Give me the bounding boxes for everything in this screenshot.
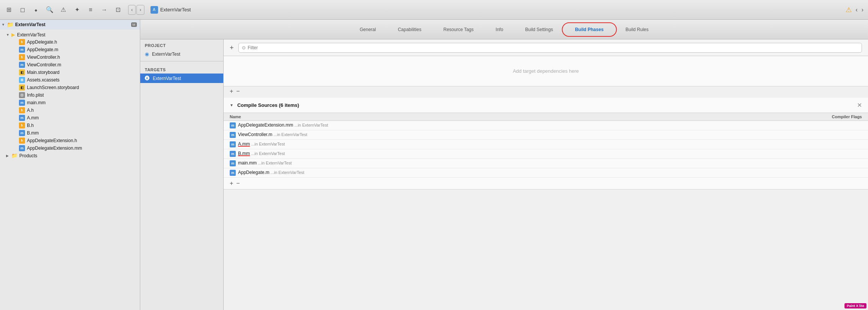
compile-file-path: ...in ExternVarTest	[257, 161, 291, 165]
table-row[interactable]: mA.mm ...in ExternVarTest	[224, 140, 868, 149]
table-row[interactable]: mAppDelegateExtension.mm ...in ExternVar…	[224, 121, 868, 130]
sidebar-item-a-mm[interactable]: m A.mm	[0, 114, 140, 122]
tab-resource-tags[interactable]: Resource Tags	[432, 24, 485, 35]
sidebar-item-appdelext-mm[interactable]: m AppDelegateExtension.mm	[0, 144, 140, 152]
table-row[interactable]: mViewController.m ...in ExternVarTest	[224, 130, 868, 140]
warning-icon[interactable]: ⚠	[846, 6, 852, 14]
view-switcher-icon[interactable]: ⊡	[114, 6, 122, 14]
sidebar-item-label: ViewController.m	[27, 62, 61, 67]
main-area: ▼ 📁 ExternVarTest M ▼ ▶ ExternVarTest h …	[0, 20, 868, 310]
sidebar: ▼ 📁 ExternVarTest M ▼ ▶ ExternVarTest h …	[0, 20, 140, 310]
table-row[interactable]: mB.mm ...in ExternVarTest	[224, 149, 868, 159]
project-file-icon: ◉	[145, 51, 149, 57]
products-folder-icon: 📁	[11, 153, 17, 158]
compile-sources-section: ▼ Compile Sources (6 items) ✕ Name Compi…	[224, 98, 868, 189]
sidebar-item-label: ExternVarTest	[17, 32, 45, 38]
sidebar-item-a-h[interactable]: h A.h	[0, 106, 140, 114]
breakpoint-icon[interactable]: ⬥	[32, 6, 40, 14]
toolbar-right: ⚠ ‹ ›	[846, 6, 863, 14]
add-target-area: Add target dependencies here	[224, 56, 868, 86]
sidebar-item-label: AppDelegateExtension.h	[27, 138, 77, 143]
sidebar-item-launchscreen[interactable]: ◧ LaunchScreen.storyboard	[0, 84, 140, 91]
stop-icon[interactable]: ◻	[18, 6, 27, 14]
scheme-icon[interactable]: ✦	[73, 6, 81, 14]
phase-close-button[interactable]: ✕	[857, 102, 862, 109]
table-row[interactable]: mmain.mm ...in ExternVarTest	[224, 159, 868, 168]
chevron-right-icon[interactable]: ›	[862, 6, 863, 13]
warning-nav-icon[interactable]: ⚠	[59, 6, 67, 14]
sidebar-item-main-storyboard[interactable]: ◧ Main.storyboard	[0, 69, 140, 76]
table-actions: + −	[224, 178, 868, 189]
mm-file-row-icon: m	[230, 132, 236, 138]
mm-icon: m	[19, 130, 25, 136]
tab-build-rules[interactable]: Build Rules	[614, 24, 660, 35]
project-item-externvartest[interactable]: ◉ ExternVarTest	[140, 49, 223, 59]
tab-info[interactable]: Info	[485, 24, 514, 35]
sidebar-item-assets[interactable]: ⊞ Assets.xcassets	[0, 76, 140, 84]
sidebar-item-viewcontroller-m[interactable]: m ViewController.m	[0, 61, 140, 69]
sidebar-item-label: Products	[19, 153, 37, 158]
h-icon: h	[19, 138, 25, 144]
sidebar-item-label: Assets.xcassets	[27, 77, 60, 83]
tab-build-phases[interactable]: Build Phases	[564, 24, 614, 35]
compile-file-name: main.mm	[238, 160, 257, 166]
sidebar-item-label: AppDelegate.h	[27, 39, 57, 45]
chevron-left-icon[interactable]: ‹	[855, 6, 857, 13]
right-panel: General Capabilities Resource Tags Info …	[140, 20, 868, 310]
tab-general[interactable]: General	[349, 24, 387, 35]
remove-dep-button[interactable]: −	[236, 88, 240, 95]
search-icon[interactable]: 🔍	[45, 6, 54, 14]
sidebar-item-label: A.mm	[27, 115, 39, 121]
sidebar-item-label: LaunchScreen.storyboard	[27, 85, 79, 90]
sidebar-item-b-h[interactable]: h B.h	[0, 122, 140, 129]
tab-capabilities[interactable]: Capabilities	[387, 24, 432, 35]
build-toolbar: + ⊙	[224, 39, 868, 56]
sidebar-item-appdelegate-m[interactable]: m AppDelegate.m	[0, 46, 140, 53]
sidebar-item-externvartest-folder[interactable]: ▼ ▶ ExternVarTest	[0, 31, 140, 38]
sidebar-item-label: Info.plist	[27, 92, 44, 98]
target-item-label: ExternVarTest	[153, 76, 181, 81]
target-item-externvartest[interactable]: 🅐 ExternVarTest	[140, 74, 223, 83]
filter-input[interactable]	[248, 45, 859, 50]
sidebar-item-label: B.h	[27, 123, 34, 128]
add-target-text: Add target dependencies here	[513, 68, 579, 74]
mm-file-row-icon: m	[230, 151, 236, 157]
project-folder-icon: 📁	[7, 22, 13, 28]
sidebar-item-appdelegate-h[interactable]: h AppDelegate.h	[0, 38, 140, 46]
compile-file-name: B.mm	[238, 151, 250, 156]
sidebar-root-item[interactable]: ▼ 📁 ExternVarTest M	[0, 20, 140, 30]
add-dep-button[interactable]: +	[230, 88, 233, 95]
mm-file-row-icon: m	[230, 160, 236, 166]
grid-icon[interactable]: ⊞	[5, 6, 13, 14]
table-row[interactable]: mAppDelegate.m ...in ExternVarTest	[224, 168, 868, 178]
sidebar-item-appdelext-h[interactable]: h AppDelegateExtension.h	[0, 137, 140, 144]
target-icon: 🅐	[145, 75, 150, 81]
forward-button[interactable]: ›	[136, 5, 144, 15]
storyboard-icon: ◧	[19, 69, 25, 75]
compile-file-cell: mViewController.m ...in ExternVarTest	[224, 130, 868, 140]
deps-actions: + −	[224, 86, 868, 98]
compile-sources-header[interactable]: ▼ Compile Sources (6 items) ✕	[224, 98, 868, 113]
targets-section-label: TARGETS	[140, 64, 223, 74]
sidebar-item-viewcontroller-h[interactable]: h ViewController.h	[0, 53, 140, 61]
sidebar-item-label: ViewController.h	[27, 55, 60, 60]
report-icon[interactable]: ≡	[86, 6, 95, 14]
back-button[interactable]: ‹	[128, 5, 136, 15]
sidebar-item-b-mm[interactable]: m B.mm	[0, 129, 140, 137]
tab-build-settings[interactable]: Build Settings	[514, 24, 564, 35]
sidebar-item-info-plist[interactable]: ⊡ Info.plist	[0, 91, 140, 99]
h-file-icon: h	[19, 54, 25, 60]
col-header-flags: Compiler Flags	[454, 113, 868, 121]
debug-icon[interactable]: →	[100, 6, 108, 14]
mm-file-row-icon: m	[230, 122, 236, 128]
folder-chevron: ▼	[6, 33, 11, 37]
add-phase-button[interactable]: +	[230, 44, 234, 51]
mm-icon: m	[19, 145, 25, 151]
remove-file-button[interactable]: −	[236, 180, 240, 187]
sidebar-item-products[interactable]: ▶ 📁 Products	[0, 152, 140, 159]
paint-badge: Paint X lite	[844, 303, 866, 308]
file-icon: A	[150, 6, 158, 14]
products-chevron: ▶	[6, 154, 11, 158]
add-file-button[interactable]: +	[230, 180, 233, 187]
sidebar-item-main-mm[interactable]: m main.mm	[0, 99, 140, 106]
